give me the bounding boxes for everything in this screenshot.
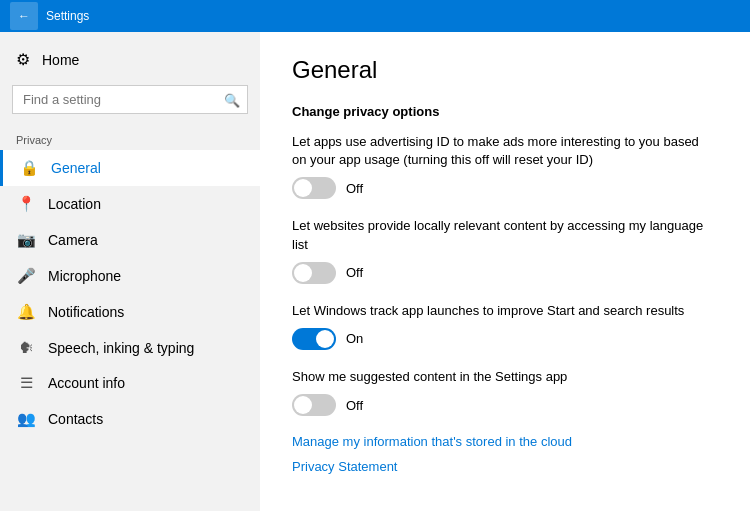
- sidebar-item-speech[interactable]: 🗣 Speech, inking & typing: [0, 330, 260, 365]
- sidebar-section-label: Privacy: [0, 126, 260, 150]
- setting-description-track-launches: Let Windows track app launches to improv…: [292, 302, 712, 320]
- back-arrow-icon: ←: [18, 9, 30, 23]
- sidebar-item-camera[interactable]: 📷 Camera: [0, 222, 260, 258]
- sidebar-item-location[interactable]: 📍 Location: [0, 186, 260, 222]
- sidebar-item-microphone[interactable]: 🎤 Microphone: [0, 258, 260, 294]
- title-bar-text: Settings: [46, 9, 89, 23]
- setting-description-language-list: Let websites provide locally relevant co…: [292, 217, 712, 253]
- setting-advertising-id: Let apps use advertising ID to make ads …: [292, 133, 718, 199]
- sidebar-item-contacts[interactable]: 👥 Contacts: [0, 401, 260, 437]
- search-input[interactable]: [12, 85, 248, 114]
- toggle-row-language-list: Off: [292, 262, 718, 284]
- sidebar-item-home[interactable]: ⚙ Home: [0, 40, 260, 79]
- toggle-advertising-id[interactable]: [292, 177, 336, 199]
- search-box: 🔍: [12, 85, 248, 114]
- toggle-track-launches[interactable]: [292, 328, 336, 350]
- sidebar: ⚙ Home 🔍 Privacy 🔒 General 📍 Location 📷 …: [0, 32, 260, 511]
- notifications-icon: 🔔: [16, 303, 36, 321]
- page-title: General: [292, 56, 718, 84]
- toggle-label-suggested-content: Off: [346, 398, 363, 413]
- home-label: Home: [42, 52, 79, 68]
- microphone-icon: 🎤: [16, 267, 36, 285]
- location-icon: 📍: [16, 195, 36, 213]
- speech-icon: 🗣: [16, 339, 36, 356]
- manage-cloud-link[interactable]: Manage my information that's stored in t…: [292, 434, 718, 449]
- accountinfo-icon: ☰: [16, 374, 36, 392]
- toggle-label-language-list: Off: [346, 265, 363, 280]
- setting-description-suggested-content: Show me suggested content in the Setting…: [292, 368, 712, 386]
- toggle-label-advertising-id: Off: [346, 181, 363, 196]
- sidebar-item-label-contacts: Contacts: [48, 411, 103, 427]
- sidebar-item-label-general: General: [51, 160, 101, 176]
- setting-track-launches: Let Windows track app launches to improv…: [292, 302, 718, 350]
- toggle-row-track-launches: On: [292, 328, 718, 350]
- setting-description-advertising-id: Let apps use advertising ID to make ads …: [292, 133, 712, 169]
- title-bar: ← Settings: [0, 0, 750, 32]
- sidebar-item-label-notifications: Notifications: [48, 304, 124, 320]
- home-icon: ⚙: [16, 50, 30, 69]
- toggle-row-suggested-content: Off: [292, 394, 718, 416]
- setting-language-list: Let websites provide locally relevant co…: [292, 217, 718, 283]
- sidebar-item-label-speech: Speech, inking & typing: [48, 340, 194, 356]
- sidebar-item-label-camera: Camera: [48, 232, 98, 248]
- toggle-language-list[interactable]: [292, 262, 336, 284]
- sidebar-item-accountinfo[interactable]: ☰ Account info: [0, 365, 260, 401]
- main-content: General Change privacy options Let apps …: [260, 32, 750, 511]
- back-button[interactable]: ←: [10, 2, 38, 30]
- contacts-icon: 👥: [16, 410, 36, 428]
- setting-suggested-content: Show me suggested content in the Setting…: [292, 368, 718, 416]
- section-title: Change privacy options: [292, 104, 718, 119]
- sidebar-item-label-microphone: Microphone: [48, 268, 121, 284]
- sidebar-item-label-accountinfo: Account info: [48, 375, 125, 391]
- toggle-label-track-launches: On: [346, 331, 363, 346]
- privacy-statement-link[interactable]: Privacy Statement: [292, 459, 718, 474]
- lock-icon: 🔒: [19, 159, 39, 177]
- app-body: ⚙ Home 🔍 Privacy 🔒 General 📍 Location 📷 …: [0, 32, 750, 511]
- sidebar-item-notifications[interactable]: 🔔 Notifications: [0, 294, 260, 330]
- search-icon: 🔍: [224, 92, 240, 107]
- sidebar-item-general[interactable]: 🔒 General: [0, 150, 260, 186]
- toggle-row-advertising-id: Off: [292, 177, 718, 199]
- toggle-suggested-content[interactable]: [292, 394, 336, 416]
- sidebar-item-label-location: Location: [48, 196, 101, 212]
- camera-icon: 📷: [16, 231, 36, 249]
